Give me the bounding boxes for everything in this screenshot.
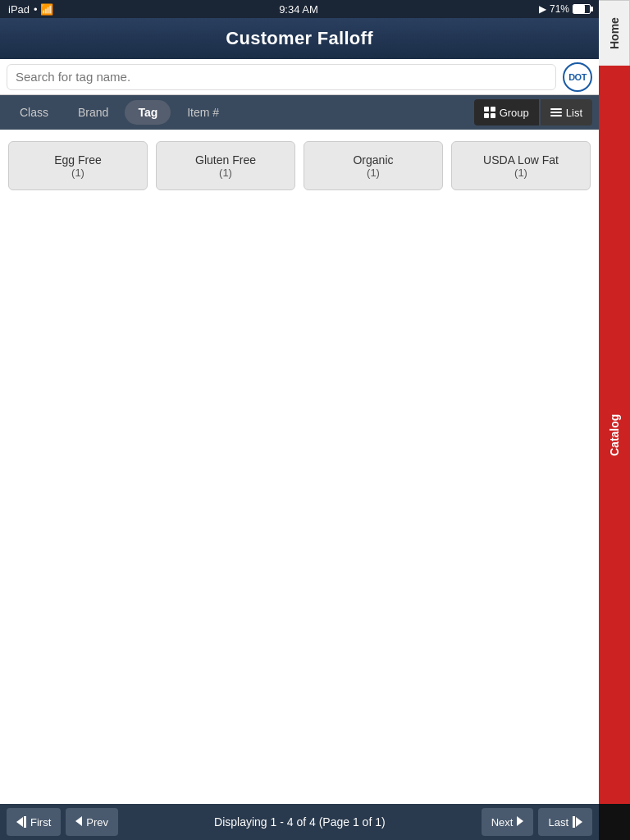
grid-icon <box>484 107 495 118</box>
last-button[interactable]: Last <box>538 808 592 836</box>
search-bar: DOT <box>0 59 599 95</box>
tab-class[interactable]: Class <box>7 100 62 125</box>
next-icon <box>517 816 523 829</box>
group-view-button[interactable]: Group <box>474 99 539 126</box>
page-title: Customer Falloff <box>226 28 373 49</box>
tab-tag[interactable]: Tag <box>125 100 171 125</box>
app-header: Customer Falloff <box>0 18 599 59</box>
scroll-content <box>0 202 599 804</box>
last-icon <box>573 816 582 828</box>
sidebar-tab-home[interactable]: Home <box>599 0 630 66</box>
next-button[interactable]: Next <box>482 808 534 836</box>
first-button[interactable]: First <box>7 808 61 836</box>
first-icon <box>16 816 26 828</box>
tag-card-egg-free[interactable]: Egg Free (1) <box>8 141 148 190</box>
right-sidebar-footer <box>599 804 630 840</box>
tag-card-usda-low-fat[interactable]: USDA Low Fat (1) <box>451 141 591 190</box>
filter-tabs: Class Brand Tag Item # Group <box>0 95 599 130</box>
battery-icon <box>573 4 591 14</box>
tag-card-organic[interactable]: Organic (1) <box>304 141 443 190</box>
list-view-button[interactable]: List <box>541 99 592 126</box>
tag-grid: Egg Free (1) Gluten Free (1) Organic (1)… <box>0 130 599 202</box>
search-input[interactable] <box>7 64 556 90</box>
prev-icon <box>75 816 82 829</box>
time-display: 9:34 AM <box>279 3 318 16</box>
right-sidebar: Home Catalog <box>599 0 630 840</box>
status-bar: iPad • 📶 9:34 AM ▶ 71% <box>0 0 599 18</box>
tab-brand[interactable]: Brand <box>65 100 121 125</box>
tab-item[interactable]: Item # <box>174 100 232 125</box>
view-toggle: Group List <box>474 99 592 126</box>
prev-button[interactable]: Prev <box>66 808 118 836</box>
sidebar-tab-catalog[interactable]: Catalog <box>599 66 630 804</box>
pagination-status: Displaying 1 - 4 of 4 (Page 1 of 1) <box>123 815 477 829</box>
pagination-footer: First Prev Displaying 1 - 4 of 4 (Page 1… <box>0 804 599 840</box>
tag-card-gluten-free[interactable]: Gluten Free (1) <box>156 141 295 190</box>
list-icon <box>550 108 562 116</box>
dot-logo: DOT <box>563 62 592 92</box>
